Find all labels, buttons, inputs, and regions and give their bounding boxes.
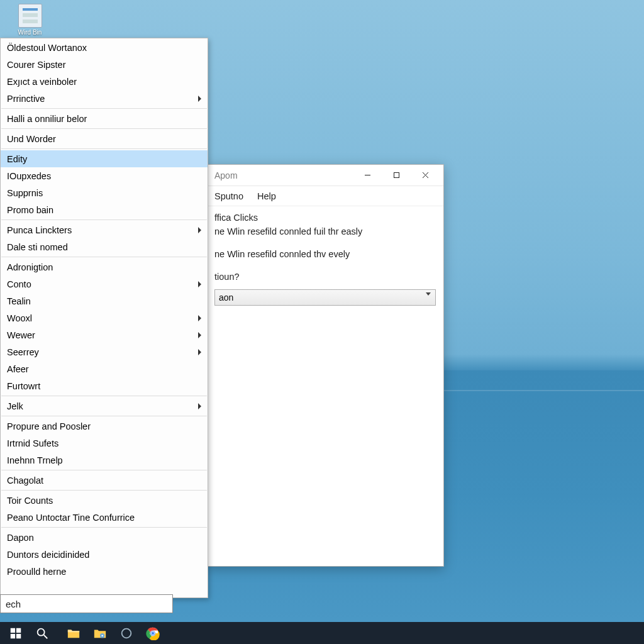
svg-rect-7 [16,633,21,638]
menu-item[interactable]: Conto [1,275,208,292]
menu-item[interactable]: Wooxl [1,309,208,326]
menu-item-label: Exȷıct a veinboler [7,77,190,87]
menu-item-label: Inehnn Trnelp [7,455,190,465]
menu-item-label: Dale sti nomed [7,242,190,252]
content-line-1: ffica Clicks [214,213,436,223]
content-line-3: ne Wlin resefild connled thv evely [214,249,436,259]
taskbar-cortana-icon[interactable] [113,622,140,644]
menu-item[interactable]: Adronigtion [1,258,208,275]
menu-item[interactable]: Afeer [1,360,208,377]
content-question: tioun? [214,272,436,282]
menu-separator [1,257,207,257]
menu-item[interactable]: Supprnis [1,184,208,201]
menu-item[interactable]: Öldestoul Wortanox [1,39,208,56]
menu-item[interactable]: Courer Sipster [1,56,208,73]
menu-item[interactable]: Dale sti nomed [1,238,208,255]
menu-item[interactable]: Edity [1,150,208,167]
dropdown[interactable] [214,289,436,306]
submenu-arrow-icon [198,332,201,338]
menu-item[interactable]: Jelk [1,397,208,414]
content-line-2: ne Wlin resefild connled fuil thr easly [214,226,436,236]
menu-item-label: Propure and Poosler [7,421,190,431]
menu-item-label: Edity [7,154,190,164]
menu-separator [1,108,207,109]
menu-item[interactable]: Prrinctive [1,90,208,107]
taskbar [0,622,644,644]
menu-item-label: Punca Linckters [7,225,190,235]
submenu-arrow-icon [198,349,201,355]
submenu-arrow-icon [198,227,201,233]
taskbar-folder-gear-icon[interactable] [87,622,113,644]
menu-item-label: IOupxedes [7,171,190,181]
svg-rect-1 [394,173,399,178]
menu-separator [1,470,207,470]
menu-item[interactable]: Tealin [1,292,208,309]
menu-item[interactable]: Chagolat [1,472,208,489]
svg-rect-4 [11,628,15,632]
menu-separator [1,490,207,491]
menu-item[interactable]: Peano Untoctar Tine Confurrice [1,509,208,526]
menu-item[interactable]: Prooulld herne [1,563,208,580]
menu-separator [1,527,207,528]
app-window: Apom Sputno Help ffica Clicks ne Wlin re… [206,164,444,567]
submenu-arrow-icon [198,281,201,287]
menu-item-label: Wewer [7,330,190,340]
menu-item-label: Chagolat [7,475,190,486]
menu-item-label: Prooulld herne [7,567,190,577]
menu-item-label: Seerrey [7,347,190,357]
titlebar[interactable]: Apom [207,165,443,186]
svg-point-11 [101,635,103,636]
menu-item[interactable]: Dapon [1,529,208,546]
menu-item-label: Halli a onniliur belor [7,114,190,124]
menu-separator [1,219,207,220]
maximize-button[interactable] [382,166,411,185]
menu-item[interactable]: Wewer [1,326,208,343]
menu-item-label: Toir Counts [7,496,190,506]
menu-item-label: Adronigtion [7,262,190,272]
menu-item-label: Afeer [7,364,190,374]
menu-item[interactable]: Irtrnid Sufets [1,435,208,452]
menu-item[interactable]: Exȷıct a veinboler [1,73,208,90]
dropdown-wrap [214,286,436,306]
menu-separator [1,396,207,396]
menu-item[interactable]: Inehnn Trnelp [1,452,208,469]
menu-item-label: Tealin [7,296,190,306]
menu-separator [1,148,207,149]
menu-sputno[interactable]: Sputno [214,191,243,201]
start-button[interactable] [3,622,29,644]
minimize-button[interactable] [353,166,382,185]
desktop-icon[interactable]: Wird Bin [13,4,47,36]
menu-item[interactable]: Promo bain [1,201,208,218]
menu-item-label: Furtowrt [7,381,190,391]
taskbar-folder-icon[interactable] [60,622,87,644]
menu-item-label: Conto [7,279,190,289]
menu-item[interactable]: Toir Counts [1,492,208,509]
menu-item[interactable]: IOupxedes [1,167,208,184]
menu-item[interactable]: Furtowrt [1,377,208,394]
menu-help[interactable]: Help [257,191,276,201]
recycle-bin-icon [18,4,42,28]
menu-item[interactable]: Und Worder [1,130,208,147]
menu-item-label: Promo bain [7,205,190,215]
close-button[interactable] [411,166,440,185]
menu-item[interactable]: Seerrey [1,343,208,360]
svg-point-12 [122,628,131,638]
submenu-arrow-icon [198,403,201,409]
window-title: Apom [214,170,353,180]
svg-line-9 [44,635,48,638]
menu-item[interactable]: Halli a onniliur belor [1,110,208,127]
taskbar-search-icon[interactable] [29,622,55,644]
window-content: ffica Clicks ne Wlin resefild connled fu… [207,206,443,312]
menu-item-label: Und Worder [7,134,190,144]
menu-item-label: Irtrnid Sufets [7,438,190,448]
taskbar-chrome-icon[interactable] [140,622,166,644]
menu-item[interactable]: Punca Linckters [1,221,208,238]
window-controls [353,166,440,185]
menu-item-label: Prrinctive [7,94,190,104]
menu-item-label: Supprnis [7,188,190,198]
menu-item[interactable]: Propure and Poosler [1,418,208,435]
desktop-icon-label: Wird Bin [13,29,47,36]
svg-point-16 [152,631,154,634]
start-search-input[interactable] [0,594,173,613]
menu-item[interactable]: Duntors deicidinided [1,546,208,563]
